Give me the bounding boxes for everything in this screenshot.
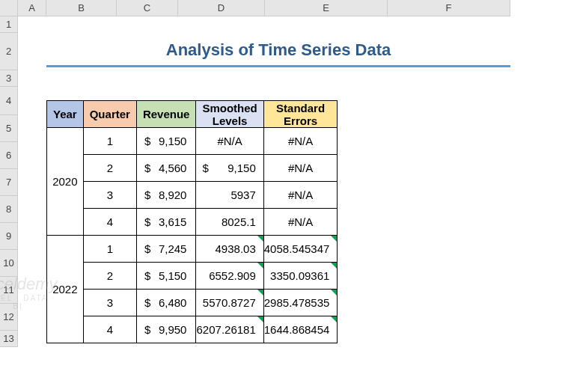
row-header-5[interactable]: 5 bbox=[0, 115, 18, 142]
quarter-cell[interactable]: 4 bbox=[83, 316, 136, 343]
quarter-cell[interactable]: 2 bbox=[83, 263, 136, 290]
row-header-7[interactable]: 7 bbox=[0, 169, 18, 196]
quarter-cell[interactable]: 3 bbox=[83, 182, 136, 209]
smoothed-cell[interactable]: 6207.26181 bbox=[196, 316, 263, 343]
quarter-cell[interactable]: 3 bbox=[83, 290, 136, 316]
smoothed-cell[interactable]: #N/A bbox=[196, 128, 263, 155]
col-header-c[interactable]: C bbox=[117, 0, 178, 16]
col-header-b[interactable]: B bbox=[46, 0, 117, 16]
error-cell[interactable]: 3350.09361 bbox=[263, 263, 338, 290]
header-errors[interactable]: Standard Errors bbox=[263, 101, 338, 128]
header-year[interactable]: Year bbox=[47, 101, 84, 128]
grid-corner[interactable] bbox=[0, 0, 18, 16]
row-header-2[interactable]: 2 bbox=[0, 33, 18, 70]
quarter-cell[interactable]: 2 bbox=[83, 155, 136, 182]
year-cell[interactable]: 2020 bbox=[47, 128, 84, 236]
row-header-3[interactable]: 3 bbox=[0, 70, 18, 87]
table-row: 3$6,4805570.87272985.478535 bbox=[47, 290, 338, 316]
revenue-cell[interactable]: $7,245 bbox=[136, 236, 196, 263]
table-row: 4$9,9506207.261811644.868454 bbox=[47, 316, 338, 343]
smoothed-cell[interactable]: 4938.03 bbox=[196, 236, 263, 263]
revenue-cell[interactable]: $3,615 bbox=[136, 209, 196, 236]
revenue-cell[interactable]: $4,560 bbox=[136, 155, 196, 182]
revenue-cell[interactable]: $8,920 bbox=[136, 182, 196, 209]
col-header-e[interactable]: E bbox=[265, 0, 388, 16]
error-cell[interactable]: #N/A bbox=[263, 155, 338, 182]
revenue-cell[interactable]: $9,150 bbox=[136, 128, 196, 155]
row-headers: 12345678910111213 bbox=[0, 16, 18, 347]
title-bar: Analysis of Time Series Data bbox=[46, 34, 510, 67]
year-cell[interactable]: 2022 bbox=[47, 236, 84, 343]
row-header-11[interactable]: 11 bbox=[0, 277, 18, 304]
smoothed-cell[interactable]: 5570.8727 bbox=[196, 290, 263, 316]
table-row: 20201$9,150#N/A#N/A bbox=[47, 128, 338, 155]
col-header-a[interactable]: A bbox=[18, 0, 46, 16]
row-header-10[interactable]: 10 bbox=[0, 250, 18, 277]
row-header-9[interactable]: 9 bbox=[0, 223, 18, 250]
revenue-cell[interactable]: $6,480 bbox=[136, 290, 196, 316]
error-cell[interactable]: 2985.478535 bbox=[263, 290, 338, 316]
table-row: 4$3,6158025.1#N/A bbox=[47, 209, 338, 236]
quarter-cell[interactable]: 1 bbox=[83, 236, 136, 263]
header-revenue[interactable]: Revenue bbox=[136, 101, 196, 128]
error-cell[interactable]: 4058.545347 bbox=[263, 236, 338, 263]
table-row: 2$5,1506552.9093350.09361 bbox=[47, 263, 338, 290]
data-table: Year Quarter Revenue Smoothed Levels Sta… bbox=[46, 100, 338, 343]
smoothed-cell[interactable]: $9,150 bbox=[196, 155, 263, 182]
col-header-d[interactable]: D bbox=[178, 0, 265, 16]
quarter-cell[interactable]: 1 bbox=[83, 128, 136, 155]
table-row: 2$4,560$9,150#N/A bbox=[47, 155, 338, 182]
header-quarter[interactable]: Quarter bbox=[83, 101, 136, 128]
table-header-row: Year Quarter Revenue Smoothed Levels Sta… bbox=[47, 101, 338, 128]
row-header-6[interactable]: 6 bbox=[0, 142, 18, 169]
row-header-12[interactable]: 12 bbox=[0, 304, 18, 331]
header-smoothed[interactable]: Smoothed Levels bbox=[196, 101, 263, 128]
row-header-8[interactable]: 8 bbox=[0, 196, 18, 223]
row-header-1[interactable]: 1 bbox=[0, 16, 18, 33]
spreadsheet-grid: A B C D E F bbox=[0, 0, 574, 16]
row-header-4[interactable]: 4 bbox=[0, 87, 18, 115]
row-header-13[interactable]: 13 bbox=[0, 331, 18, 347]
error-cell[interactable]: #N/A bbox=[263, 128, 338, 155]
smoothed-cell[interactable]: 6552.909 bbox=[196, 263, 263, 290]
table-row: 20221$7,2454938.034058.545347 bbox=[47, 236, 338, 263]
smoothed-cell[interactable]: 8025.1 bbox=[196, 209, 263, 236]
smoothed-cell[interactable]: 5937 bbox=[196, 182, 263, 209]
revenue-cell[interactable]: $5,150 bbox=[136, 263, 196, 290]
table-row: 3$8,9205937#N/A bbox=[47, 182, 338, 209]
error-cell[interactable]: 1644.868454 bbox=[263, 316, 338, 343]
col-header-f[interactable]: F bbox=[388, 0, 510, 16]
quarter-cell[interactable]: 4 bbox=[83, 209, 136, 236]
revenue-cell[interactable]: $9,950 bbox=[136, 316, 196, 343]
error-cell[interactable]: #N/A bbox=[263, 182, 338, 209]
error-cell[interactable]: #N/A bbox=[263, 209, 338, 236]
page-title: Analysis of Time Series Data bbox=[166, 40, 391, 60]
